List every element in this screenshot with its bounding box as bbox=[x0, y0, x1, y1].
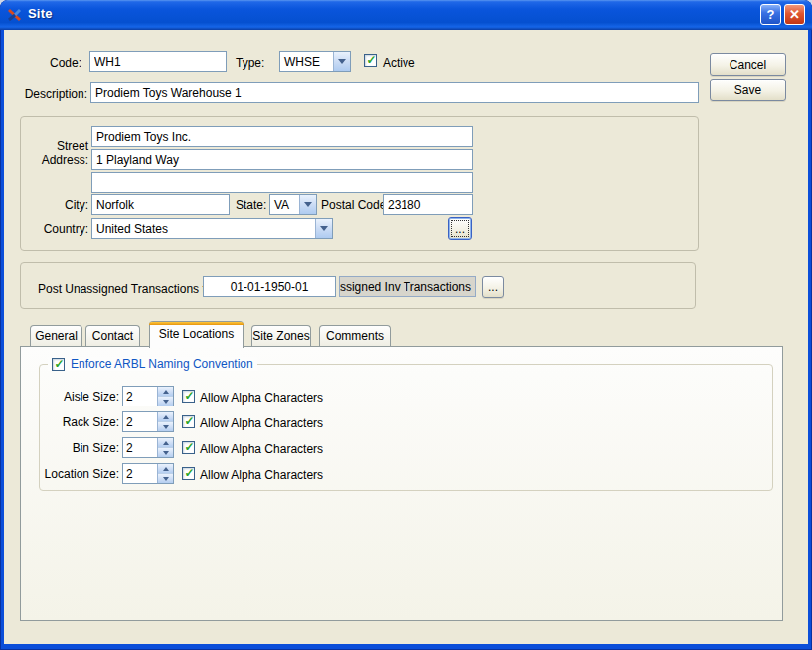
address-line1-input[interactable] bbox=[91, 126, 473, 147]
chevron-down-icon[interactable] bbox=[315, 219, 332, 238]
arbl-groupbox: Enforce ARBL Naming Convention Aisle Siz… bbox=[39, 364, 773, 491]
tab-comments[interactable]: Comments bbox=[319, 325, 391, 347]
location-size-input[interactable] bbox=[123, 464, 157, 483]
aisle-allow-alpha-checkbox[interactable] bbox=[182, 390, 195, 403]
country-select-value: United States bbox=[96, 222, 168, 236]
cancel-button[interactable]: Cancel bbox=[710, 53, 786, 76]
site-dialog-window: Site ? ✕ Code: Type: WHSE Active Cancel … bbox=[0, 0, 812, 650]
spin-down-icon[interactable] bbox=[158, 474, 173, 483]
tab-general[interactable]: General bbox=[30, 325, 82, 347]
country-browse-button[interactable]: ... bbox=[448, 217, 472, 240]
spin-down-icon[interactable] bbox=[158, 448, 173, 457]
street-address-label: Street Address: bbox=[23, 139, 88, 167]
type-select-value: WHSE bbox=[284, 55, 320, 69]
location-size-label: Location Size: bbox=[40, 467, 119, 481]
location-allow-alpha-checkbox[interactable] bbox=[182, 467, 195, 480]
active-checkbox[interactable] bbox=[364, 54, 377, 67]
rack-allow-alpha-label: Allow Alpha Characters bbox=[200, 416, 323, 430]
app-logo-icon bbox=[7, 7, 23, 23]
post-transactions-groupbox: Post Unassigned Transactions to: nassign… bbox=[20, 262, 696, 309]
spin-up-icon[interactable] bbox=[158, 387, 173, 397]
active-label: Active bbox=[383, 56, 415, 70]
state-select-value: VA bbox=[274, 198, 289, 212]
tab-contact[interactable]: Contact bbox=[85, 325, 140, 347]
post-account-browse-button[interactable]: ... bbox=[482, 276, 504, 298]
aisle-size-label: Aisle Size: bbox=[40, 390, 119, 404]
aisle-allow-alpha-label: Allow Alpha Characters bbox=[200, 391, 323, 405]
rack-size-input[interactable] bbox=[123, 412, 157, 431]
spin-up-icon[interactable] bbox=[158, 438, 173, 448]
rack-size-stepper[interactable] bbox=[122, 411, 174, 432]
state-select[interactable]: VA bbox=[269, 194, 317, 215]
tab-site-locations[interactable]: Site Locations bbox=[149, 321, 244, 348]
title-bar[interactable]: Site ? ✕ bbox=[0, 0, 812, 30]
country-label: Country: bbox=[23, 222, 88, 236]
aisle-size-input[interactable] bbox=[123, 387, 157, 406]
address-line2-input[interactable] bbox=[91, 149, 473, 170]
city-input[interactable] bbox=[91, 194, 230, 215]
spin-up-icon[interactable] bbox=[158, 464, 173, 474]
chevron-down-icon[interactable] bbox=[299, 195, 316, 214]
post-date-input[interactable] bbox=[203, 276, 336, 297]
post-account-field: nassigned Inv Transactions bbox=[339, 276, 476, 297]
rack-allow-alpha-checkbox[interactable] bbox=[182, 415, 195, 428]
country-select[interactable]: United States bbox=[91, 218, 333, 239]
spin-down-icon[interactable] bbox=[158, 397, 173, 406]
tab-site-zones[interactable]: Site Zones bbox=[251, 325, 311, 347]
description-input[interactable] bbox=[90, 82, 699, 103]
address-groupbox: Street Address: City: State: VA Postal C… bbox=[20, 116, 699, 251]
type-select[interactable]: WHSE bbox=[279, 51, 351, 72]
city-label: City: bbox=[23, 198, 88, 212]
site-locations-panel: Enforce ARBL Naming Convention Aisle Siz… bbox=[20, 346, 783, 621]
window-title: Site bbox=[28, 6, 53, 21]
bin-allow-alpha-label: Allow Alpha Characters bbox=[200, 442, 323, 456]
rack-size-label: Rack Size: bbox=[40, 415, 119, 429]
aisle-size-stepper[interactable] bbox=[122, 386, 174, 406]
state-label: State: bbox=[236, 198, 266, 212]
address-line3-input[interactable] bbox=[91, 172, 473, 193]
bin-size-label: Bin Size: bbox=[40, 441, 119, 455]
enforce-arbl-label: Enforce ARBL Naming Convention bbox=[71, 357, 253, 371]
bin-size-input[interactable] bbox=[123, 438, 157, 457]
spin-up-icon[interactable] bbox=[158, 412, 173, 422]
save-button[interactable]: Save bbox=[710, 79, 786, 101]
help-button[interactable]: ? bbox=[760, 4, 781, 25]
postal-code-label: Postal Code: bbox=[321, 198, 390, 212]
enforce-arbl-checkbox[interactable] bbox=[52, 358, 65, 371]
type-label: Type: bbox=[236, 56, 264, 70]
post-transactions-label: Post Unassigned Transactions to: bbox=[38, 282, 216, 296]
bin-size-stepper[interactable] bbox=[122, 437, 174, 458]
arbl-legend: Enforce ARBL Naming Convention bbox=[48, 357, 257, 371]
postal-code-input[interactable] bbox=[383, 194, 473, 215]
location-size-stepper[interactable] bbox=[122, 463, 174, 484]
chevron-down-icon[interactable] bbox=[333, 52, 350, 71]
bin-allow-alpha-checkbox[interactable] bbox=[182, 441, 195, 454]
location-allow-alpha-label: Allow Alpha Characters bbox=[200, 468, 323, 482]
close-button[interactable]: ✕ bbox=[784, 4, 805, 25]
description-label: Description: bbox=[20, 87, 87, 101]
code-input[interactable] bbox=[89, 51, 227, 72]
spin-down-icon[interactable] bbox=[158, 422, 173, 431]
code-label: Code: bbox=[20, 56, 81, 70]
